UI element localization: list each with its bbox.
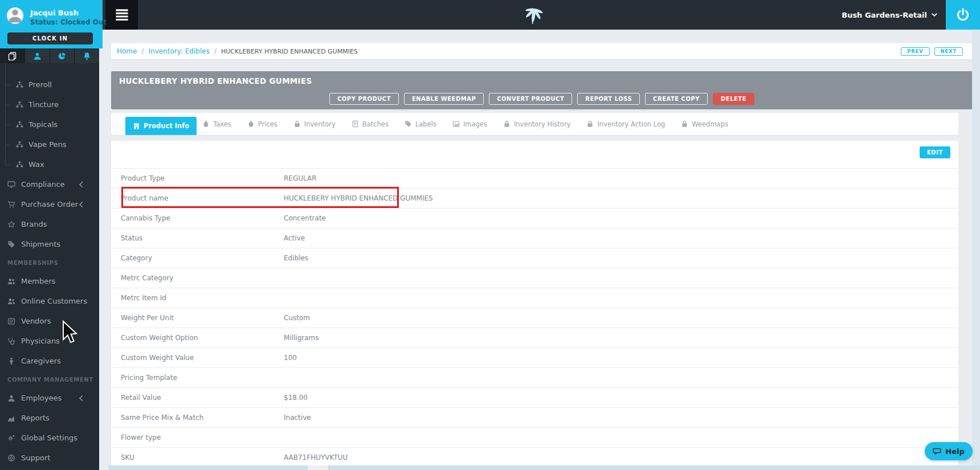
tab-taxes[interactable]: Taxes — [202, 120, 231, 128]
lock-icon — [586, 120, 594, 128]
sidebar-icon-tab-pie[interactable] — [50, 48, 75, 63]
lifering-icon — [7, 454, 15, 462]
prev-button[interactable]: PREV — [901, 47, 929, 56]
hamburger-menu-button[interactable] — [105, 0, 138, 30]
horizontal-scrollbar[interactable] — [108, 465, 980, 470]
report-loss-button[interactable]: REPORT LOSS — [577, 93, 640, 105]
row-label: Custom Weight Option — [121, 334, 284, 342]
tab-inventory[interactable]: Inventory — [293, 120, 336, 128]
row-label: SKU — [121, 453, 284, 461]
horizontal-scrollbar-thumb[interactable] — [308, 465, 329, 470]
row-value: Concentrate — [284, 214, 326, 222]
top-bar: Bush Gardens-Retail — [0, 0, 980, 30]
clock-in-button[interactable]: CLOCK IN — [7, 32, 93, 44]
sidebar-item-vendors[interactable]: Vendors — [0, 311, 99, 331]
bell-icon — [83, 52, 91, 60]
next-button[interactable]: NEXT — [934, 47, 963, 56]
row-value: Edibles — [284, 254, 308, 262]
sidebar-item-purchase-order[interactable]: Purchase Order — [0, 194, 99, 214]
tab-inventory-history[interactable]: Inventory History — [503, 120, 571, 128]
copy-product-button[interactable]: COPY PRODUCT — [329, 93, 399, 105]
product-header-panel: HUCKLEBERY HYBRID ENHANCED GUMMIES COPY … — [111, 71, 973, 109]
sidebar-item-employees[interactable]: Employees — [0, 388, 99, 408]
sidebar-item-compliance[interactable]: Compliance — [0, 174, 99, 194]
sitemap-icon — [16, 81, 23, 88]
app-root: Bush Gardens-Retail Jacqui Bush Status: … — [0, 0, 980, 470]
moneybag-icon — [202, 120, 210, 128]
power-icon — [956, 8, 970, 22]
sidebar-item-wax[interactable]: Wax — [0, 154, 99, 174]
tab-weedmaps[interactable]: Weedmaps — [681, 120, 728, 128]
row-value: $18.00 — [284, 394, 308, 402]
row-value: 100 — [284, 354, 297, 362]
vertical-scrollbar[interactable] — [972, 30, 980, 465]
sidebar-item-online-customers[interactable]: Online Customers — [0, 291, 99, 311]
table-row-sku: SKUAAB71FHUYVKTUU — [111, 447, 958, 467]
sidebar-item-shipments[interactable]: Shipments — [0, 234, 99, 254]
sidebar-item-physicians[interactable]: Physicians — [0, 331, 99, 351]
sidebar-item-tincture[interactable]: Tincture — [0, 95, 99, 115]
table-row-metrc-category: Metrc Category — [111, 268, 958, 288]
user-icon — [7, 394, 15, 402]
row-label: Cannabis Type — [121, 214, 284, 222]
tab-inventory-action-log[interactable]: Inventory Action Log — [586, 120, 665, 128]
users-icon — [7, 277, 15, 285]
row-label: Weight Per Unit — [121, 314, 284, 322]
help-button[interactable]: Help — [925, 442, 973, 460]
table-row-same-price-mix-match: Same Price Mix & MatchInactive — [111, 407, 958, 427]
delete-button[interactable]: DELETE — [713, 93, 754, 105]
product-detail-card: EDIT Product TypeREGULARProduct nameHUCK… — [111, 141, 958, 465]
tab-label: Prices — [258, 120, 277, 128]
sidebar-item-brands[interactable]: Brands — [0, 214, 99, 234]
tab-labels[interactable]: Labels — [405, 120, 436, 128]
tab-batches[interactable]: Batches — [352, 120, 389, 128]
sidebar-icon-tab-user[interactable] — [24, 48, 50, 63]
breadcrumb-home-link[interactable]: Home — [117, 47, 137, 55]
user-status: Status: Clocked Out — [30, 18, 107, 26]
sidebar-item-label: Physicians — [21, 337, 60, 345]
row-value: AAB71FHUYVKTUU — [284, 453, 348, 461]
sidebar-item-global-settings[interactable]: Global Settings — [0, 428, 99, 448]
tab-label: Inventory History — [514, 120, 571, 128]
sidebar-item-topicals[interactable]: Topicals — [0, 115, 99, 134]
sitemap-icon — [16, 101, 23, 108]
product-tabs: Product InfoTaxesPricesInventoryBatchesL… — [111, 113, 958, 135]
tab-prices[interactable]: Prices — [247, 120, 277, 128]
sidebar-item-caregivers[interactable]: Caregivers — [0, 351, 99, 371]
sidebar-icon-tab-bell[interactable] — [74, 48, 99, 63]
tab-images[interactable]: Images — [452, 120, 487, 128]
row-label: Product Type — [121, 174, 284, 182]
sidebar-item-preroll[interactable]: Preroll — [0, 75, 99, 95]
enable-weedmap-button[interactable]: ENABLE WEEDMAP — [404, 93, 484, 105]
row-value: Inactive — [284, 414, 311, 422]
sidebar-item-reports[interactable]: Reports — [0, 408, 99, 428]
breadcrumb-inventory-link[interactable]: Inventory: Edibles — [148, 47, 209, 55]
store-selector[interactable]: Bush Gardens-Retail — [842, 0, 938, 30]
chevron-left-icon — [77, 181, 85, 189]
product-action-buttons: COPY PRODUCTENABLE WEEDMAPCONVERT PRODUC… — [111, 93, 973, 105]
sidebar-item-members[interactable]: Members — [0, 271, 99, 291]
breadcrumb-current: HUCKLEBERY HYBRID ENHANCED GUMMIES — [221, 48, 358, 55]
table-row-product-name: Product nameHUCKLEBERY HYBRID ENHANCED G… — [111, 188, 958, 208]
moneybag-icon — [247, 120, 255, 128]
sidebar-item-label: Global Settings — [21, 434, 77, 442]
row-label: Status — [121, 234, 284, 242]
convert-product-button[interactable]: CONVERT PRODUCT — [489, 93, 572, 105]
sidebar-section-memberships: MEMBERSHIPS — [0, 254, 99, 271]
store-selector-label: Bush Gardens-Retail — [842, 11, 927, 19]
lock-icon — [681, 120, 688, 128]
logout-power-button[interactable] — [946, 0, 980, 30]
chevron-left-icon — [77, 394, 85, 402]
row-value: HUCKLEBERY HYBRID ENHANCED GUMMIES — [284, 194, 433, 202]
table-row-custom-weight-value: Custom Weight Value100 — [111, 348, 958, 367]
row-label: Product name — [121, 194, 284, 202]
sidebar-item-support[interactable]: Support — [0, 448, 99, 468]
sitemap-icon — [16, 141, 23, 148]
sidebar-icon-tab-pages[interactable] — [0, 48, 24, 63]
sidebar-item-vape-pens[interactable]: Vape Pens — [0, 134, 99, 154]
create-copy-button[interactable]: CREATE COPY — [645, 93, 708, 105]
cart-icon — [7, 201, 15, 209]
tab-product-info[interactable]: Product Info — [125, 117, 197, 135]
sidebar-item-label: Tincture — [28, 100, 59, 109]
edit-button[interactable]: EDIT — [920, 146, 950, 158]
